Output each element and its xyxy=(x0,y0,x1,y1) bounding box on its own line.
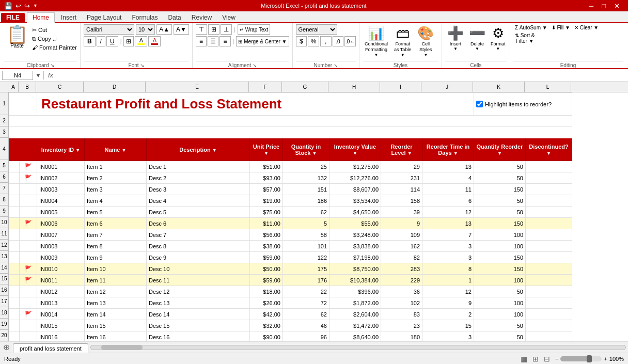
cell-inventory-id[interactable]: IN0004 xyxy=(37,195,85,207)
align-left-button[interactable]: ≡ xyxy=(196,36,207,46)
format-button[interactable]: ⚙ Format ▼ xyxy=(489,24,508,52)
font-color-button[interactable]: A xyxy=(148,36,161,46)
cell-value[interactable]: $8,607.00 xyxy=(329,184,381,195)
cell-desc[interactable]: Desc 10 xyxy=(147,263,250,275)
cell-price[interactable]: $26.00 xyxy=(250,297,283,309)
fill-button[interactable]: ⬇ Fill ▼ xyxy=(550,24,572,31)
cell-value[interactable]: $3,534.00 xyxy=(329,195,381,207)
qat-dropdown-icon[interactable]: ▼ xyxy=(33,3,38,8)
cell-reference[interactable] xyxy=(2,71,33,80)
cell-qty-reorder[interactable]: 50 xyxy=(474,195,526,207)
cell-inventory-id[interactable]: IN0014 xyxy=(37,309,85,320)
cell-reorder-level[interactable]: 102 xyxy=(381,297,422,309)
cell-qty-reorder[interactable]: 100 xyxy=(474,309,526,320)
border-button[interactable]: ⊞ xyxy=(123,36,134,46)
cell-reorder-time[interactable]: 15 xyxy=(422,320,474,331)
cell-name[interactable]: Item 13 xyxy=(85,297,147,309)
save-icon[interactable]: 💾 xyxy=(4,2,12,10)
cell-name[interactable]: Item 5 xyxy=(85,207,147,218)
cell-discontinued[interactable] xyxy=(526,195,572,207)
cell-qty-reorder[interactable]: 150 xyxy=(474,184,526,195)
cell-discontinued[interactable] xyxy=(526,297,572,309)
cell-discontinued[interactable] xyxy=(526,320,572,331)
cell-inventory-id[interactable]: IN0015 xyxy=(37,320,85,331)
cell-value[interactable]: $10,384.00 xyxy=(329,275,381,286)
cell-reorder-time[interactable]: 4 xyxy=(422,172,474,184)
cell-price[interactable]: $51.00 xyxy=(250,161,283,172)
cell-reorder-time[interactable]: 12 xyxy=(422,286,474,297)
close-btn[interactable]: ✕ xyxy=(610,2,624,10)
cell-name[interactable]: Item 6 xyxy=(85,218,147,229)
cell-desc[interactable]: Desc 11 xyxy=(147,275,250,286)
cell-inventory-id[interactable]: IN0001 xyxy=(37,161,85,172)
align-right-button[interactable]: ≡ xyxy=(219,36,230,46)
cell-qty-reorder[interactable]: 150 xyxy=(474,252,526,263)
cell-desc[interactable]: Desc 14 xyxy=(147,309,250,320)
cell-name[interactable]: Item 3 xyxy=(85,184,147,195)
cell-price[interactable]: $59.00 xyxy=(250,252,283,263)
cell-inventory-id[interactable]: IN0011 xyxy=(37,275,85,286)
cell-qty[interactable]: 176 xyxy=(283,275,329,286)
cell-price[interactable]: $11.00 xyxy=(250,218,283,229)
cell-inventory-id[interactable]: IN0006 xyxy=(37,218,85,229)
cell-discontinued[interactable] xyxy=(526,309,572,320)
cell-name[interactable]: Item 2 xyxy=(85,172,147,184)
font-shrink-button[interactable]: A▼ xyxy=(174,24,189,35)
cell-desc[interactable]: Desc 4 xyxy=(147,195,250,207)
autosum-button[interactable]: Σ AutoSum ▼ xyxy=(513,24,549,31)
cell-desc[interactable]: Desc 16 xyxy=(147,331,250,342)
cell-discontinued[interactable] xyxy=(526,241,572,252)
cell-reorder-time[interactable]: 2 xyxy=(422,309,474,320)
cell-price[interactable]: $75.00 xyxy=(250,207,283,218)
cell-price[interactable]: $56.00 xyxy=(250,229,283,241)
tab-view[interactable]: View xyxy=(217,13,241,22)
cell-price[interactable]: $32.00 xyxy=(250,320,283,331)
cell-price[interactable]: $93.00 xyxy=(250,172,283,184)
cell-value[interactable]: $1,275.00 xyxy=(329,161,381,172)
font-grow-button[interactable]: A▲ xyxy=(156,24,172,35)
cell-qty[interactable]: 46 xyxy=(283,320,329,331)
cell-qty[interactable]: 25 xyxy=(283,161,329,172)
cell-inventory-id[interactable]: IN0012 xyxy=(37,286,85,297)
new-sheet-button[interactable]: ⊕ xyxy=(0,342,13,352)
cell-inventory-id[interactable]: IN0016 xyxy=(37,331,85,342)
cell-qty[interactable]: 62 xyxy=(283,207,329,218)
view-page-break-icon[interactable]: ⊟ xyxy=(544,355,550,363)
cell-desc[interactable]: Desc 8 xyxy=(147,241,250,252)
merge-center-button[interactable]: ⊞ Merge & Center ▼ xyxy=(236,36,289,46)
highlight-checkbox[interactable] xyxy=(476,101,483,107)
cell-reorder-time[interactable]: 8 xyxy=(422,263,474,275)
cell-value[interactable]: $8,750.00 xyxy=(329,263,381,275)
cell-qty[interactable]: 122 xyxy=(283,252,329,263)
cell-reorder-level[interactable]: 114 xyxy=(381,184,422,195)
cell-reorder-time[interactable]: 3 xyxy=(422,241,474,252)
undo-icon[interactable]: ↩ xyxy=(15,2,21,10)
cell-reorder-time[interactable]: 1 xyxy=(422,275,474,286)
tab-formulas[interactable]: Formulas xyxy=(127,13,163,22)
cell-reorder-time[interactable]: 12 xyxy=(422,207,474,218)
insert-button[interactable]: ➕ Insert ▼ xyxy=(445,24,466,52)
cell-qty[interactable]: 186 xyxy=(283,195,329,207)
cell-reorder-level[interactable]: 158 xyxy=(381,195,422,207)
currency-button[interactable]: $ xyxy=(296,36,307,46)
cell-value[interactable]: $8,640.00 xyxy=(329,331,381,342)
cell-reorder-time[interactable]: 6 xyxy=(422,195,474,207)
cell-reorder-level[interactable]: 229 xyxy=(381,275,422,286)
cell-reorder-level[interactable]: 83 xyxy=(381,309,422,320)
increase-decimal-button[interactable]: .0 xyxy=(333,36,344,46)
cell-inventory-id[interactable]: IN0003 xyxy=(37,184,85,195)
cell-qty-reorder[interactable]: 50 xyxy=(474,331,526,342)
cell-qty-reorder[interactable]: 50 xyxy=(474,161,526,172)
delete-button[interactable]: ➖ Delete ▼ xyxy=(467,24,488,52)
cell-desc[interactable]: Desc 1 xyxy=(147,161,250,172)
cell-name[interactable]: Item 4 xyxy=(85,195,147,207)
conditional-formatting-button[interactable]: 📊 ConditionalFormatting ▼ xyxy=(363,24,390,58)
select-all-corner[interactable] xyxy=(0,82,8,92)
cell-discontinued[interactable] xyxy=(526,252,572,263)
cell-price[interactable]: $90.00 xyxy=(250,331,283,342)
font-name-select[interactable]: Calibri xyxy=(84,24,134,35)
cell-inventory-id[interactable]: IN0002 xyxy=(37,172,85,184)
tab-home[interactable]: Home xyxy=(27,12,55,23)
zoom-slider[interactable] xyxy=(560,356,602,361)
cell-qty[interactable]: 175 xyxy=(283,263,329,275)
